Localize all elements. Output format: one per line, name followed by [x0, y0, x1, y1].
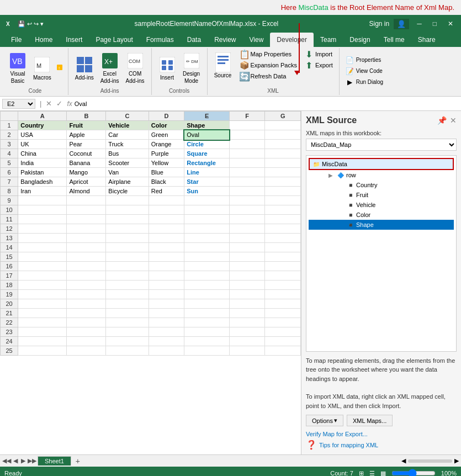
- cell-E3[interactable]: Circle: [184, 140, 230, 149]
- close-button[interactable]: ✕: [444, 19, 457, 29]
- cell-B14[interactable]: [67, 243, 106, 252]
- cell-D2[interactable]: Green: [149, 130, 184, 140]
- cell-G6[interactable]: [265, 168, 301, 177]
- cell-A6[interactable]: Pakistan: [18, 168, 67, 177]
- view-code-button[interactable]: 📝 View Code: [344, 66, 385, 76]
- cell-B24[interactable]: [67, 337, 106, 346]
- tree-item-color[interactable]: ◾ Color: [309, 210, 454, 220]
- cell-G24[interactable]: [265, 337, 301, 346]
- sheet-tab-1[interactable]: Sheet1: [38, 456, 71, 466]
- cell-A2[interactable]: USA: [18, 130, 67, 140]
- col-header-c[interactable]: C: [106, 112, 149, 121]
- cell-D11[interactable]: [149, 215, 184, 224]
- cell-F14[interactable]: [229, 243, 265, 252]
- design-mode-button[interactable]: ✏ DM Design Mode: [181, 51, 203, 85]
- insert-button[interactable]: Insert: [156, 55, 178, 82]
- minimize-button[interactable]: ─: [414, 19, 425, 29]
- cell-G18[interactable]: [265, 281, 301, 290]
- cell-B22[interactable]: [67, 318, 106, 327]
- tab-data[interactable]: Data: [181, 33, 208, 47]
- cell-B15[interactable]: [67, 252, 106, 262]
- spreadsheet-scroll[interactable]: A B C D E F G 1CountryFruitVehicleColorS…: [0, 111, 301, 454]
- cell-A9[interactable]: [18, 196, 67, 205]
- cell-A12[interactable]: [18, 224, 67, 234]
- cell-E8[interactable]: Sun: [184, 187, 230, 196]
- cell-E6[interactable]: Line: [184, 168, 230, 177]
- col-header-f[interactable]: F: [229, 112, 265, 121]
- cell-B5[interactable]: Banana: [67, 158, 106, 168]
- xml-panel-pin[interactable]: 📌: [437, 116, 447, 125]
- cell-A10[interactable]: [18, 205, 67, 215]
- col-header-e[interactable]: E: [184, 112, 230, 121]
- cell-A11[interactable]: [18, 215, 67, 224]
- cell-A7[interactable]: Bangladesh: [18, 177, 67, 187]
- cell-D23[interactable]: [149, 327, 184, 337]
- cell-C3[interactable]: Truck: [106, 140, 149, 149]
- cell-E23[interactable]: [184, 327, 230, 337]
- cell-F21[interactable]: [229, 309, 265, 318]
- cell-A14[interactable]: [18, 243, 67, 252]
- cell-A1[interactable]: Country: [18, 121, 67, 130]
- cell-B25[interactable]: [67, 346, 106, 356]
- cell-E19[interactable]: [184, 290, 230, 299]
- cell-G15[interactable]: [265, 252, 301, 262]
- tree-item-vehicle[interactable]: ◾ Vehicle: [309, 200, 454, 210]
- cell-E7[interactable]: Star: [184, 177, 230, 187]
- cell-A21[interactable]: [18, 309, 67, 318]
- cell-B4[interactable]: Coconut: [67, 149, 106, 158]
- cell-B2[interactable]: Apple: [67, 130, 106, 140]
- cell-A16[interactable]: [18, 262, 67, 271]
- tab-design[interactable]: Design: [343, 33, 377, 47]
- export-button[interactable]: ⬆ Export: [303, 60, 335, 70]
- tree-item-shape[interactable]: ◾ Shape: [309, 220, 454, 230]
- cell-ref-box[interactable]: E2: [2, 99, 35, 109]
- cell-A17[interactable]: [18, 271, 67, 281]
- cell-G25[interactable]: [265, 346, 301, 356]
- cell-B20[interactable]: [67, 299, 106, 309]
- cell-B3[interactable]: Pear: [67, 140, 106, 149]
- cell-B11[interactable]: [67, 215, 106, 224]
- col-header-a[interactable]: A: [18, 112, 67, 121]
- cell-G4[interactable]: [265, 149, 301, 158]
- view-preview-icon[interactable]: ▦: [380, 470, 386, 477]
- tab-review[interactable]: Review: [208, 33, 242, 47]
- cell-D7[interactable]: Black: [149, 177, 184, 187]
- cell-F22[interactable]: [229, 318, 265, 327]
- cell-E12[interactable]: [184, 224, 230, 234]
- cell-E22[interactable]: [184, 318, 230, 327]
- cell-D17[interactable]: [149, 271, 184, 281]
- cell-E10[interactable]: [184, 205, 230, 215]
- cell-D13[interactable]: [149, 234, 184, 243]
- sheet-nav-right[interactable]: ▶▶: [28, 457, 36, 464]
- cell-F2[interactable]: [229, 130, 265, 140]
- col-header-b[interactable]: B: [67, 112, 106, 121]
- cell-G8[interactable]: [265, 187, 301, 196]
- sheet-nav-left[interactable]: ◀◀: [2, 457, 11, 464]
- cell-F10[interactable]: [229, 205, 265, 215]
- cell-A19[interactable]: [18, 290, 67, 299]
- cell-E9[interactable]: [184, 196, 230, 205]
- cell-F24[interactable]: [229, 337, 265, 346]
- tab-page-layout[interactable]: Page Layout: [89, 33, 139, 47]
- tree-item-row[interactable]: ▶ 🔷 row: [309, 170, 454, 180]
- cell-D20[interactable]: [149, 299, 184, 309]
- tree-item-root[interactable]: 📁 MiscData: [309, 158, 454, 170]
- cell-C9[interactable]: [106, 196, 149, 205]
- macros-button[interactable]: M Macros: [31, 55, 54, 82]
- cell-F25[interactable]: [229, 346, 265, 356]
- cell-D9[interactable]: [149, 196, 184, 205]
- cell-C16[interactable]: [106, 262, 149, 271]
- cell-C18[interactable]: [106, 281, 149, 290]
- cell-A22[interactable]: [18, 318, 67, 327]
- cell-G14[interactable]: [265, 243, 301, 252]
- tab-tell-me[interactable]: Tell me: [377, 33, 411, 47]
- tab-insert[interactable]: Insert: [59, 33, 89, 47]
- scroll-right[interactable]: ▶: [454, 457, 459, 464]
- cell-E21[interactable]: [184, 309, 230, 318]
- cell-E4[interactable]: Square: [184, 149, 230, 158]
- cell-B13[interactable]: [67, 234, 106, 243]
- import-button[interactable]: ⬇ Import: [303, 49, 335, 59]
- cell-C1[interactable]: Vehicle: [106, 121, 149, 130]
- cell-F8[interactable]: [229, 187, 265, 196]
- cell-D14[interactable]: [149, 243, 184, 252]
